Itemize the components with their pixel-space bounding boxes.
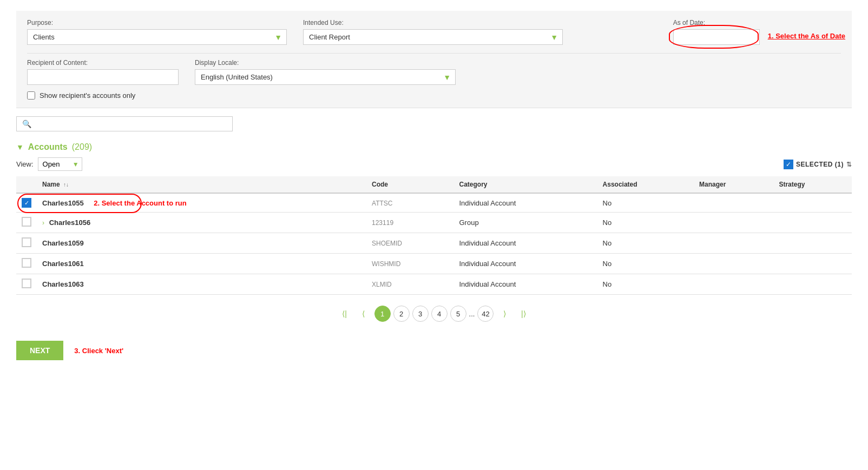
- row-name-cell: Charles1063: [37, 274, 366, 295]
- page-1-btn[interactable]: 1: [374, 306, 391, 322]
- intended-use-group: Intended Use: Client Report ▼: [303, 19, 563, 45]
- row-checkbox-cell[interactable]: [16, 254, 37, 274]
- row-checkbox-cell[interactable]: [16, 213, 37, 233]
- row-checked-icon[interactable]: ✓: [22, 198, 31, 208]
- accounts-table: Name ↑↓ Code Category Associated Manager…: [16, 176, 852, 295]
- row-unchecked-icon[interactable]: [22, 237, 31, 247]
- accounts-title: Accounts: [28, 142, 68, 152]
- next-button[interactable]: NEXT: [16, 341, 63, 360]
- row-checkbox-cell[interactable]: [16, 274, 37, 295]
- pagination: ⟨| ⟨ 1 2 3 4 5 ... 42 ⟩ |⟩: [16, 306, 852, 322]
- th-name[interactable]: Name ↑↓: [37, 176, 366, 193]
- selected-badge: ✓ SELECTED (1) ⇅: [784, 160, 852, 169]
- row-strategy-cell: [773, 193, 852, 213]
- table-row: Charles1059 SHOEMID Individual Account N…: [16, 233, 852, 254]
- step2-annotation: 2. Select the Account to run: [94, 199, 186, 207]
- show-recipient-row: Show recipient's accounts only: [27, 91, 841, 100]
- purpose-select-wrapper: Clients ▼: [27, 29, 287, 45]
- prev-page-btn[interactable]: ⟨: [356, 306, 372, 322]
- next-page-btn[interactable]: ⟩: [496, 306, 512, 322]
- row-strategy-cell: [773, 213, 852, 233]
- row-category-cell: Individual Account: [453, 233, 597, 254]
- account-name: Charles1063: [42, 280, 84, 288]
- selected-count-text: SELECTED (1): [796, 161, 844, 168]
- row-code-cell: 123119: [366, 213, 453, 233]
- row-associated-cell: No: [597, 233, 694, 254]
- view-row: View: Open ▼ ✓ SELECTED (1) ⇅: [16, 157, 852, 171]
- row-manager-cell: [694, 193, 773, 213]
- name-sort-icon: ↑↓: [63, 182, 69, 188]
- table-row: › Charles1056 123119 Group No: [16, 213, 852, 233]
- first-page-btn[interactable]: ⟨|: [337, 306, 353, 322]
- sort-icon[interactable]: ⇅: [846, 161, 852, 168]
- th-category: Category: [453, 176, 597, 193]
- row-manager-cell: [694, 213, 773, 233]
- recipient-label: Recipient of Content:: [27, 59, 179, 67]
- page-4-btn[interactable]: 4: [431, 306, 448, 322]
- view-label: View:: [16, 160, 34, 168]
- account-name: Charles1061: [42, 260, 84, 268]
- step1-annotation: 1. Select the As of Date: [768, 32, 845, 40]
- row-manager-cell: [694, 274, 773, 295]
- show-recipient-checkbox[interactable]: [27, 91, 35, 100]
- last-page-btn[interactable]: |⟩: [515, 306, 531, 322]
- row-name-cell: Charles1061: [37, 254, 366, 274]
- account-name: Charles1055: [42, 199, 84, 207]
- as-of-date-label: As of Date:: [673, 19, 760, 27]
- accounts-collapse-icon[interactable]: ▼: [16, 143, 24, 151]
- th-associated: Associated: [597, 176, 694, 193]
- show-recipient-label: Show recipient's accounts only: [40, 91, 135, 100]
- row-checkbox-cell[interactable]: [16, 233, 37, 254]
- expand-icon[interactable]: ›: [42, 219, 44, 227]
- intended-use-select[interactable]: Client Report: [304, 30, 562, 44]
- row-category-cell: Individual Account: [453, 274, 597, 295]
- purpose-select[interactable]: Clients: [28, 30, 286, 44]
- row-associated-cell: No: [597, 254, 694, 274]
- as-of-date-input[interactable]: 01/31/2023: [674, 30, 755, 44]
- display-locale-label: Display Locale:: [195, 59, 456, 67]
- accounts-header: ▼ Accounts (209): [16, 142, 852, 152]
- display-locale-select-wrapper: English (United States) ▼: [195, 69, 456, 85]
- page-3-btn[interactable]: 3: [412, 306, 429, 322]
- search-section: 🔍: [16, 108, 852, 137]
- row-checkbox-cell[interactable]: ✓: [16, 193, 37, 213]
- row-category-cell: Individual Account: [453, 193, 597, 213]
- intended-use-label: Intended Use:: [303, 19, 563, 27]
- row-strategy-cell: [773, 254, 852, 274]
- view-left: View: Open ▼: [16, 157, 82, 171]
- page-2-btn[interactable]: 2: [393, 306, 410, 322]
- row-code-cell: ATTSC: [366, 193, 453, 213]
- page-42-btn[interactable]: 42: [477, 306, 494, 322]
- row-associated-cell: No: [597, 274, 694, 295]
- th-strategy: Strategy: [773, 176, 852, 193]
- page-dots: ...: [469, 310, 475, 318]
- display-locale-select[interactable]: English (United States): [195, 70, 455, 84]
- step3-annotation: 3. Clieck 'Next': [74, 347, 123, 355]
- search-wrapper: 🔍: [16, 116, 233, 131]
- selected-checkbox-icon: ✓: [784, 160, 793, 169]
- th-manager: Manager: [694, 176, 773, 193]
- row-category-cell: Individual Account: [453, 254, 597, 274]
- purpose-group: Purpose: Clients ▼: [27, 19, 287, 45]
- row-manager-cell: [694, 254, 773, 274]
- th-code: Code: [366, 176, 453, 193]
- accounts-count: (209): [72, 142, 92, 152]
- row-name-cell: Charles1059: [37, 233, 366, 254]
- view-select-wrapper: Open ▼: [38, 157, 82, 171]
- row-category-cell: Group: [453, 213, 597, 233]
- table-header-row: Name ↑↓ Code Category Associated Manager…: [16, 176, 852, 193]
- table-row: ✓ Charles1055 2. Select the Account to r…: [16, 193, 852, 213]
- search-input[interactable]: [34, 120, 227, 128]
- row-name-cell: › Charles1056: [37, 213, 366, 233]
- row-code-cell: WISHMID: [366, 254, 453, 274]
- row-unchecked-icon[interactable]: [22, 258, 31, 268]
- view-select[interactable]: Open: [38, 158, 82, 170]
- recipient-input[interactable]: [27, 69, 179, 85]
- table-row: Charles1063 XLMID Individual Account No: [16, 274, 852, 295]
- row-unchecked-icon[interactable]: [22, 279, 31, 288]
- search-icon: 🔍: [22, 120, 31, 128]
- as-of-date-input-wrapper: 01/31/2023: [673, 29, 760, 45]
- row-unchecked-icon[interactable]: [22, 217, 31, 227]
- row-strategy-cell: [773, 274, 852, 295]
- page-5-btn[interactable]: 5: [450, 306, 466, 322]
